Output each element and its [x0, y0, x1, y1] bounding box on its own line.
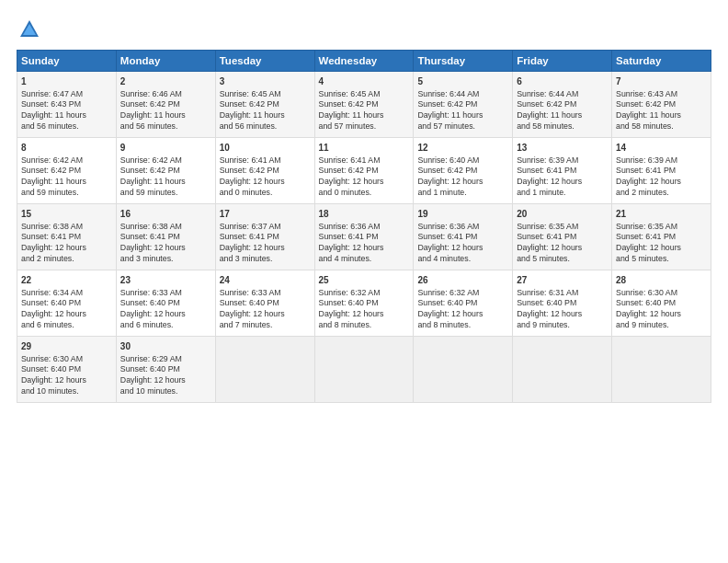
page: SundayMondayTuesdayWednesdayThursdayFrid… — [0, 0, 728, 563]
cell-text: Sunset: 6:41 PM — [517, 166, 608, 177]
cell-text: Daylight: 11 hours — [417, 110, 508, 121]
day-number: 9 — [120, 142, 211, 155]
cell-text: and 1 minute. — [417, 188, 508, 199]
calendar-table: SundayMondayTuesdayWednesdayThursdayFrid… — [17, 50, 711, 403]
day-number: 27 — [517, 274, 608, 287]
day-number: 18 — [319, 208, 410, 221]
cell-text: Sunset: 6:40 PM — [319, 298, 410, 309]
calendar-cell: 2Sunrise: 6:46 AMSunset: 6:42 PMDaylight… — [116, 72, 215, 138]
cell-text: Sunrise: 6:44 AM — [417, 89, 508, 100]
cell-text: Sunrise: 6:32 AM — [417, 288, 508, 299]
cell-text: Daylight: 11 hours — [616, 110, 707, 121]
cell-text: and 6 minutes. — [21, 320, 112, 331]
cell-text: Sunset: 6:40 PM — [120, 364, 211, 375]
cell-text: and 56 minutes. — [21, 121, 112, 132]
day-number: 17 — [220, 208, 311, 221]
header-cell-monday: Monday — [116, 51, 215, 72]
day-number: 4 — [319, 75, 410, 88]
cell-text: Sunrise: 6:30 AM — [21, 354, 112, 365]
day-number: 1 — [21, 75, 112, 88]
day-number: 19 — [417, 208, 508, 221]
cell-text: Sunset: 6:41 PM — [220, 232, 311, 243]
cell-text: Daylight: 12 hours — [220, 243, 311, 254]
cell-text: Sunset: 6:42 PM — [319, 166, 410, 177]
day-number: 28 — [616, 274, 707, 287]
cell-text: Sunrise: 6:39 AM — [616, 155, 707, 167]
cell-text: Sunrise: 6:47 AM — [21, 89, 112, 100]
cell-text: Sunrise: 6:35 AM — [616, 222, 707, 233]
calendar-cell: 14Sunrise: 6:39 AMSunset: 6:41 PMDayligh… — [612, 138, 711, 204]
cell-text: Sunrise: 6:33 AM — [120, 288, 211, 299]
empty-cell — [314, 337, 414, 403]
cell-text: Sunrise: 6:31 AM — [517, 288, 608, 299]
cell-text: and 3 minutes. — [120, 254, 211, 265]
calendar-cell: 15Sunrise: 6:38 AMSunset: 6:41 PMDayligh… — [17, 204, 117, 270]
cell-text: Daylight: 11 hours — [319, 110, 410, 121]
calendar-cell: 13Sunrise: 6:39 AMSunset: 6:41 PMDayligh… — [513, 138, 612, 204]
cell-text: and 3 minutes. — [220, 254, 311, 265]
cell-text: Sunrise: 6:43 AM — [616, 89, 707, 100]
cell-text: Sunset: 6:41 PM — [616, 232, 707, 243]
cell-text: Sunrise: 6:45 AM — [319, 89, 410, 100]
cell-text: Sunset: 6:42 PM — [517, 99, 608, 110]
cell-text: and 5 minutes. — [517, 254, 608, 265]
cell-text: and 9 minutes. — [517, 320, 608, 331]
calendar-cell: 25Sunrise: 6:32 AMSunset: 6:40 PMDayligh… — [314, 270, 414, 337]
cell-text: Daylight: 12 hours — [319, 243, 410, 254]
cell-text: and 7 minutes. — [220, 320, 311, 331]
day-number: 10 — [220, 142, 311, 155]
calendar-cell: 10Sunrise: 6:41 AMSunset: 6:42 PMDayligh… — [215, 138, 314, 204]
calendar-week: 1Sunrise: 6:47 AMSunset: 6:43 PMDaylight… — [17, 72, 711, 138]
header-cell-friday: Friday — [513, 51, 612, 72]
logo-icon — [17, 17, 42, 42]
header-cell-saturday: Saturday — [612, 51, 711, 72]
header — [17, 17, 711, 42]
day-number: 6 — [517, 75, 608, 88]
cell-text: Sunset: 6:41 PM — [616, 166, 707, 177]
cell-text: Sunset: 6:42 PM — [120, 166, 211, 177]
cell-text: and 6 minutes. — [120, 320, 211, 331]
calendar-cell: 29Sunrise: 6:30 AMSunset: 6:40 PMDayligh… — [17, 337, 117, 403]
cell-text: Sunset: 6:42 PM — [120, 99, 211, 110]
calendar-cell: 8Sunrise: 6:42 AMSunset: 6:42 PMDaylight… — [17, 138, 117, 204]
cell-text: Sunset: 6:41 PM — [517, 232, 608, 243]
cell-text: Sunrise: 6:32 AM — [319, 288, 410, 299]
day-number: 7 — [616, 75, 707, 88]
cell-text: Daylight: 12 hours — [220, 309, 311, 320]
cell-text: Daylight: 11 hours — [21, 110, 112, 121]
cell-text: and 9 minutes. — [616, 320, 707, 331]
calendar-cell: 11Sunrise: 6:41 AMSunset: 6:42 PMDayligh… — [314, 138, 414, 204]
empty-cell — [513, 337, 612, 403]
cell-text: Daylight: 11 hours — [120, 110, 211, 121]
cell-text: Sunset: 6:40 PM — [616, 298, 707, 309]
calendar-cell: 26Sunrise: 6:32 AMSunset: 6:40 PMDayligh… — [414, 270, 513, 337]
cell-text: Daylight: 12 hours — [417, 177, 508, 188]
day-number: 29 — [21, 340, 112, 353]
cell-text: Sunrise: 6:33 AM — [220, 288, 311, 299]
cell-text: and 1 minute. — [517, 188, 608, 199]
calendar-week: 22Sunrise: 6:34 AMSunset: 6:40 PMDayligh… — [17, 270, 711, 337]
cell-text: Daylight: 12 hours — [120, 309, 211, 320]
cell-text: and 8 minutes. — [319, 320, 410, 331]
cell-text: Sunset: 6:40 PM — [220, 298, 311, 309]
day-number: 2 — [120, 75, 211, 88]
cell-text: Daylight: 11 hours — [21, 177, 112, 188]
cell-text: and 58 minutes. — [517, 121, 608, 132]
day-number: 3 — [220, 75, 311, 88]
header-cell-wednesday: Wednesday — [314, 51, 414, 72]
cell-text: Sunrise: 6:38 AM — [21, 222, 112, 233]
calendar-cell: 27Sunrise: 6:31 AMSunset: 6:40 PMDayligh… — [513, 270, 612, 337]
cell-text: Daylight: 11 hours — [220, 110, 311, 121]
day-number: 15 — [21, 208, 112, 221]
header-cell-thursday: Thursday — [414, 51, 513, 72]
cell-text: and 56 minutes. — [120, 121, 211, 132]
cell-text: and 0 minutes. — [220, 188, 311, 199]
empty-cell — [612, 337, 711, 403]
cell-text: Daylight: 11 hours — [517, 110, 608, 121]
calendar-cell: 12Sunrise: 6:40 AMSunset: 6:42 PMDayligh… — [414, 138, 513, 204]
day-number: 23 — [120, 274, 211, 287]
empty-cell — [215, 337, 314, 403]
cell-text: and 10 minutes. — [120, 386, 211, 397]
cell-text: and 57 minutes. — [319, 121, 410, 132]
cell-text: Sunrise: 6:41 AM — [319, 155, 410, 167]
